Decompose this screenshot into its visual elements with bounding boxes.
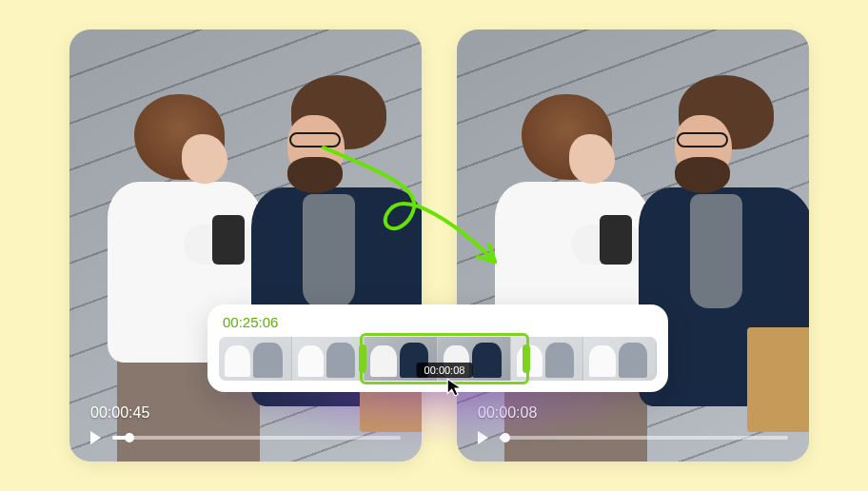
result-video-card: 00:00:08 (457, 29, 809, 462)
video-trimmer[interactable]: 00:25:06 00:00:08 (207, 304, 668, 392)
person-man (642, 66, 809, 462)
thumbnail[interactable] (292, 337, 365, 381)
progress-bar-right[interactable] (500, 436, 788, 440)
person-woman (495, 77, 657, 458)
progress-knob-right[interactable] (501, 433, 510, 442)
person-man (255, 66, 422, 462)
person-woman (108, 77, 269, 458)
video-frame-left (69, 29, 422, 462)
trim-handle-left[interactable] (359, 344, 366, 373)
play-icon[interactable] (90, 431, 101, 444)
timestamp-right: 00:00:08 (478, 404, 788, 422)
timestamp-left: 00:00:45 (90, 404, 401, 422)
trim-selection-time: 00:00:08 (417, 363, 473, 378)
progress-bar-left[interactable] (112, 436, 401, 440)
thumbnail[interactable] (583, 337, 657, 381)
mouse-cursor-icon (445, 377, 466, 398)
play-icon[interactable] (478, 431, 488, 444)
thumbnail[interactable] (219, 337, 292, 381)
trim-handle-right[interactable] (523, 344, 530, 373)
player-bar-right: 00:00:08 (457, 404, 809, 462)
video-frame-right (457, 29, 809, 462)
progress-knob-left[interactable] (125, 433, 134, 442)
player-bar-left: 00:00:45 (69, 404, 422, 462)
trimmer-total-time: 00:25:06 (223, 314, 278, 330)
trim-selection[interactable]: 00:00:08 (360, 333, 529, 384)
source-video-card: 00:00:45 (69, 29, 422, 462)
